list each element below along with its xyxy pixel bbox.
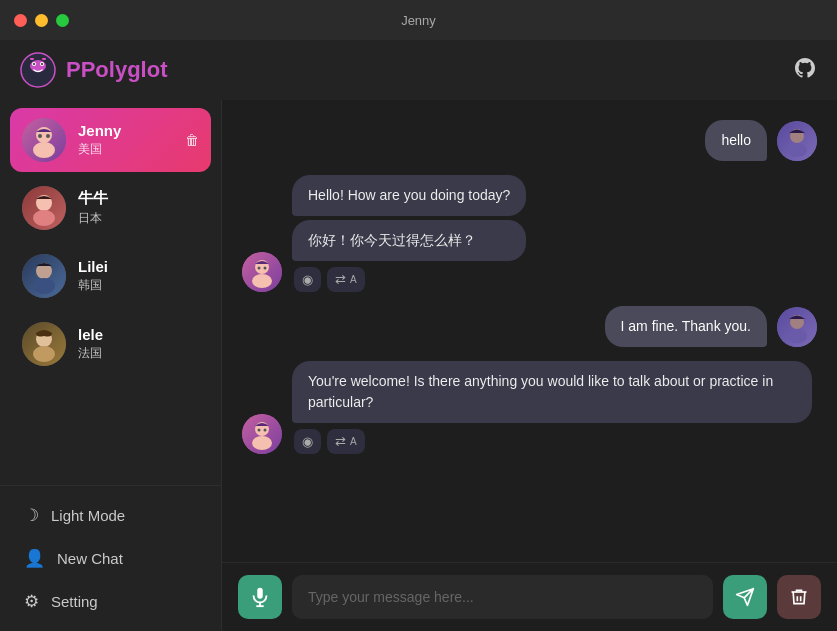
speak-button-4[interactable]: ◉: [294, 429, 321, 454]
message-row-3: I am fine. Thank you.: [242, 306, 817, 347]
setting-button[interactable]: ⚙ Setting: [10, 580, 211, 623]
lele-sub: 法国: [78, 345, 103, 362]
chat-area: hello: [222, 100, 837, 631]
translate-icon-2: ⇄: [335, 272, 346, 287]
messages-container: hello: [222, 100, 837, 562]
light-mode-button[interactable]: ☽ Light Mode: [10, 494, 211, 537]
mic-icon: [249, 586, 271, 608]
svg-point-28: [258, 267, 261, 270]
logo-icon: [20, 52, 56, 88]
message-input[interactable]: [292, 575, 713, 619]
msg-actions-4: ◉ ⇄ A: [292, 429, 812, 454]
new-chat-label: New Chat: [57, 550, 123, 567]
msg-bubble-2-en: Hello! How are you doing today?: [292, 175, 526, 216]
svg-point-32: [787, 329, 807, 343]
titlebar: Jenny: [0, 0, 837, 40]
svg-point-21: [33, 346, 55, 362]
avatar-lilei: [22, 254, 66, 298]
svg-point-11: [38, 134, 42, 138]
sidebar-item-lele[interactable]: lele 法国: [10, 312, 211, 376]
speak-button-2[interactable]: ◉: [294, 267, 321, 292]
msg-bubble-3: I am fine. Thank you.: [605, 306, 767, 347]
jenny-delete-button[interactable]: 🗑: [185, 132, 199, 148]
setting-label: Setting: [51, 593, 98, 610]
message-row-1: hello: [242, 120, 817, 161]
niuniu-info: 牛牛 日本: [78, 189, 108, 227]
svg-point-29: [264, 267, 267, 270]
mic-button[interactable]: [238, 575, 282, 619]
input-area: [222, 562, 837, 631]
send-button[interactable]: [723, 575, 767, 619]
chat-list: Jenny 美国 🗑 牛牛 日本: [0, 100, 221, 485]
translate-icon-4: ⇄: [335, 434, 346, 449]
bot-avatar-2: [242, 252, 282, 292]
avatar-niuniu: [22, 186, 66, 230]
svg-rect-7: [42, 58, 46, 60]
translate-button-2[interactable]: ⇄ A: [327, 267, 365, 292]
sidebar-actions: ☽ Light Mode 👤 New Chat ⚙ Setting: [0, 485, 221, 631]
svg-point-37: [264, 429, 267, 432]
svg-point-12: [46, 134, 50, 138]
msg-bubble-wrap-4: You're welcome! Is there anything you wo…: [292, 361, 812, 454]
jenny-info: Jenny 美国: [78, 122, 121, 158]
lilei-name: Lilei: [78, 258, 108, 275]
maximize-button[interactable]: [56, 14, 69, 27]
lele-name: lele: [78, 326, 103, 343]
bot-avatar-4: [242, 414, 282, 454]
svg-rect-6: [30, 58, 34, 60]
translate-sub-icon-2: A: [350, 274, 357, 285]
svg-point-35: [252, 436, 272, 450]
user-avatar-1: [777, 121, 817, 161]
jenny-sub: 美国: [78, 141, 121, 158]
titlebar-title: Jenny: [401, 13, 436, 28]
app-header: PPolyglot: [0, 40, 837, 100]
jenny-name: Jenny: [78, 122, 121, 139]
lilei-sub: 韩国: [78, 277, 108, 294]
svg-point-36: [258, 429, 261, 432]
new-chat-icon: 👤: [24, 548, 45, 569]
speak-icon-2: ◉: [302, 272, 313, 287]
lele-info: lele 法国: [78, 326, 103, 362]
sidebar-item-niuniu[interactable]: 牛牛 日本: [10, 176, 211, 240]
msg-bubble-wrap-1: hello: [705, 120, 767, 161]
svg-point-10: [33, 142, 55, 158]
msg-actions-2: ◉ ⇄ A: [292, 267, 526, 292]
msg-bubble-4: You're welcome! Is there anything you wo…: [292, 361, 812, 423]
github-button[interactable]: [793, 56, 817, 85]
svg-point-15: [33, 210, 55, 226]
translate-button-4[interactable]: ⇄ A: [327, 429, 365, 454]
svg-point-27: [252, 274, 272, 288]
sidebar-item-lilei[interactable]: Lilei 韩国: [10, 244, 211, 308]
message-row-2: Hello! How are you doing today? 你好！你今天过得…: [242, 175, 817, 292]
svg-rect-38: [257, 588, 263, 599]
svg-point-18: [33, 278, 55, 294]
light-mode-icon: ☽: [24, 505, 39, 526]
svg-point-5: [41, 63, 43, 65]
send-icon: [735, 587, 755, 607]
niuniu-sub: 日本: [78, 210, 108, 227]
trash-icon: [789, 587, 809, 607]
svg-point-4: [33, 63, 35, 65]
window-controls[interactable]: [14, 14, 69, 27]
msg-bubble-2-zh: 你好！你今天过得怎么样？: [292, 220, 526, 261]
minimize-button[interactable]: [35, 14, 48, 27]
light-mode-label: Light Mode: [51, 507, 125, 524]
new-chat-button[interactable]: 👤 New Chat: [10, 537, 211, 580]
setting-icon: ⚙: [24, 591, 39, 612]
sidebar-item-jenny[interactable]: Jenny 美国 🗑: [10, 108, 211, 172]
close-button[interactable]: [14, 14, 27, 27]
msg-bubble-wrap-2: Hello! How are you doing today? 你好！你今天过得…: [292, 175, 526, 292]
main-body: Jenny 美国 🗑 牛牛 日本: [0, 100, 837, 631]
niuniu-name: 牛牛: [78, 189, 108, 208]
lilei-info: Lilei 韩国: [78, 258, 108, 294]
speak-icon-4: ◉: [302, 434, 313, 449]
translate-sub-icon-4: A: [350, 436, 357, 447]
clear-chat-button[interactable]: [777, 575, 821, 619]
msg-bubble-wrap-3: I am fine. Thank you.: [605, 306, 767, 347]
logo-text: PPolyglot: [66, 57, 167, 83]
logo-area: PPolyglot: [20, 52, 167, 88]
svg-point-24: [787, 143, 807, 157]
avatar-lele: [22, 322, 66, 366]
message-row-4: You're welcome! Is there anything you wo…: [242, 361, 817, 454]
msg-bubble-1: hello: [705, 120, 767, 161]
